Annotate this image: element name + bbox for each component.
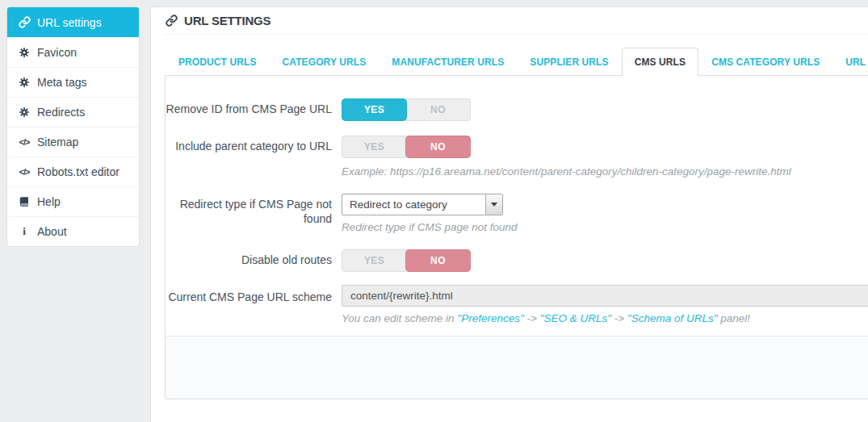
tab-product-urls[interactable]: PRODUCT URLS [166,48,270,76]
select-value: Redirect to category [342,194,485,215]
sidebar-item-redirects[interactable]: Redirects [7,97,139,127]
gear-icon [18,107,31,118]
scheme-help-text: You can edit scheme in "Preferences" -> … [342,312,868,324]
schema-of-urls-link[interactable]: "Schema of URLs" [627,312,718,324]
gear-icon [18,77,31,88]
sidebar-item-url-settings[interactable]: URL settings [7,7,139,37]
preferences-link[interactable]: "Preferences" [457,312,523,324]
sidebar-item-label: Meta tags [37,76,86,89]
sidebar: URL settings Favicon Meta tags Redirects… [6,6,140,247]
help-text-part: panel! [718,312,751,324]
sidebar-item-robots-txt-editor[interactable]: </> Robots.txt editor [7,157,139,186]
form-row-redirect-type: Redirect type if CMS Page not found Redi… [166,194,868,233]
sidebar-item-sitemap[interactable]: </> Sitemap [7,127,139,157]
form-footer: Save [166,336,868,399]
disable-old-routes-switch: YES NO [342,249,471,272]
field-label: Redirect type if CMS Page not found [166,194,342,233]
sidebar-item-label: Robots.txt editor [37,165,120,178]
code-icon: </> [18,137,31,147]
info-icon: i [18,225,31,238]
seo-urls-link[interactable]: "SEO & URLs" [540,312,611,324]
form-row-include-parent-category: Include parent category to URL YES NO Ex… [166,136,868,178]
tab-url-duplication[interactable]: URL DUPLICATION [832,48,868,76]
help-text-part: You can edit scheme in [342,312,457,324]
include-parent-category-switch-yes[interactable]: YES [342,136,406,157]
sidebar-item-label: URL settings [37,16,102,29]
example-url-text: Example: https://p16.areama.net/content/… [342,165,868,178]
help-text-part: -> [611,312,627,324]
sidebar-item-label: About [37,225,67,238]
form-row-url-scheme: Current CMS Page URL scheme You can edit… [166,285,868,324]
sidebar-item-label: Help [37,195,61,208]
code-icon: </> [18,167,31,177]
tab-bar: PRODUCT URLS CATEGORY URLS MANUFACTURER … [165,48,868,76]
tab-category-urls[interactable]: CATEGORY URLS [270,48,379,76]
page-title: URL SETTINGS [184,14,270,27]
remove-id-switch-no[interactable]: NO [406,99,470,120]
link-icon [18,16,31,28]
help-text-part: -> [524,312,540,324]
sidebar-item-label: Redirects [37,106,85,119]
field-label: Remove ID from CMS Page URL [166,98,342,121]
sidebar-item-label: Sitemap [37,136,78,148]
chevron-down-icon[interactable] [485,194,502,215]
gear-icon [18,47,31,58]
form-container: Remove ID from CMS Page URL YES NO Inclu… [165,75,868,399]
sidebar-item-label: Favicon [37,46,77,59]
redirect-type-select[interactable]: Redirect to category [342,194,503,215]
link-icon [165,15,178,27]
form-row-disable-old-routes: Disable old routes YES NO [166,249,868,272]
book-icon [18,196,31,207]
sidebar-item-help[interactable]: Help [7,186,139,216]
remove-id-switch-yes[interactable]: YES [342,99,406,120]
form-row-remove-id: Remove ID from CMS Page URL YES NO [166,98,868,121]
disable-old-routes-switch-no[interactable]: NO [406,250,470,271]
remove-id-switch: YES NO [342,98,471,121]
tab-cms-urls[interactable]: CMS URLS [622,48,698,76]
disable-old-routes-switch-yes[interactable]: YES [342,250,406,271]
page: URL settings Favicon Meta tags Redirects… [0,0,868,422]
form-body: Remove ID from CMS Page URL YES NO Inclu… [166,76,868,336]
sidebar-item-favicon[interactable]: Favicon [7,37,139,67]
help-text: Redirect type if CMS page not found [342,221,868,233]
sidebar-item-meta-tags[interactable]: Meta tags [7,67,139,97]
panel-header: URL SETTINGS [165,7,868,35]
include-parent-category-switch: YES NO [342,136,471,158]
tab-supplier-urls[interactable]: SUPPLIER URLS [517,48,621,76]
tab-cms-category-urls[interactable]: CMS CATEGORY URLS [698,48,832,76]
main-panel: URL SETTINGS PRODUCT URLS CATEGORY URLS … [150,6,868,422]
tab-manufacturer-urls[interactable]: MANUFACTURER URLS [379,48,517,76]
field-label: Include parent category to URL [166,136,342,178]
include-parent-category-switch-no[interactable]: NO [406,136,470,157]
sidebar-item-about[interactable]: i About [7,216,139,246]
url-scheme-input[interactable] [342,285,868,307]
field-label: Disable old routes [166,249,342,272]
field-label: Current CMS Page URL scheme [166,285,342,324]
